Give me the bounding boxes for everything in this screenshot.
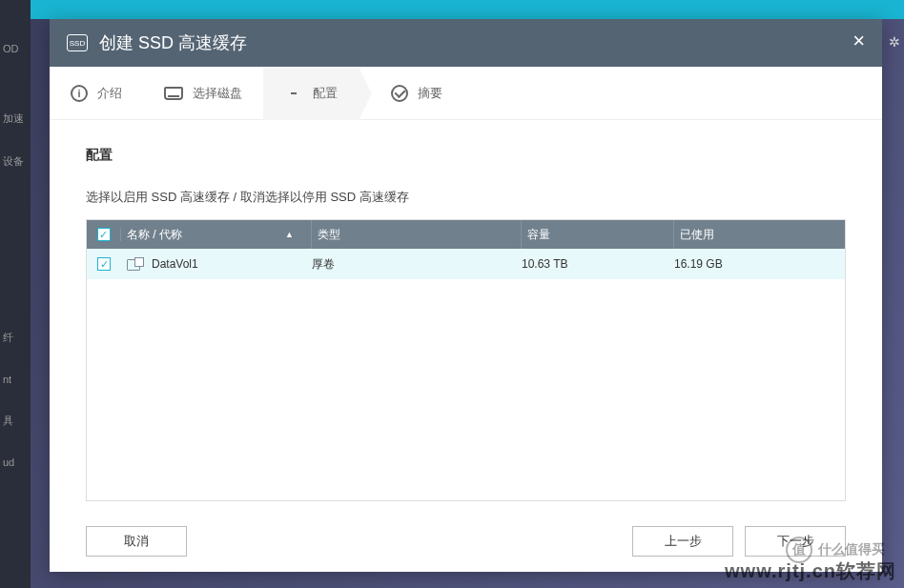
background-puzzle-icon: ✲: [889, 34, 900, 50]
check-icon: [391, 85, 408, 102]
dialog-body: 配置 选择以启用 SSD 高速缓存 / 取消选择以停用 SSD 高速缓存 ✓ 名…: [50, 120, 882, 511]
row-capacity-cell: 10.63 TB: [522, 257, 674, 271]
ssd-cache-dialog: SSD 创建 SSD 高速缓存 × i 介绍 选择磁盘 配置 摘要 配置 选择以…: [50, 19, 882, 572]
section-title: 配置: [86, 147, 846, 164]
badge-text: 什么值得买: [818, 541, 885, 558]
table-header: ✓ 名称 / 代称 ▲ 类型 容量 已使用: [87, 220, 845, 249]
step-label: 摘要: [418, 85, 442, 102]
volume-table: ✓ 名称 / 代称 ▲ 类型 容量 已使用 ✓ DataVol1 厚卷: [86, 219, 846, 501]
step-summary[interactable]: 摘要: [359, 67, 463, 120]
step-intro[interactable]: i 介绍: [50, 67, 143, 120]
close-button[interactable]: ×: [853, 30, 865, 51]
watermark-badge: 值 什么值得买: [786, 537, 885, 563]
step-select-disk[interactable]: 选择磁盘: [143, 67, 263, 120]
dialog-title: 创建 SSD 高速缓存: [99, 31, 247, 54]
step-label: 配置: [313, 85, 338, 102]
config-icon: [284, 87, 303, 100]
background-topbar: [0, 0, 904, 19]
background-sidebar: OD 加速 设备 纤 nt 具 ud: [0, 0, 31, 588]
row-type-cell: 厚卷: [312, 256, 522, 273]
column-header-used[interactable]: 已使用: [674, 227, 845, 243]
step-label: 介绍: [97, 85, 122, 102]
row-used-cell: 16.19 GB: [674, 257, 845, 271]
cancel-button[interactable]: 取消: [86, 526, 187, 557]
row-checkbox[interactable]: ✓: [97, 257, 111, 271]
row-checkbox-cell: ✓: [87, 257, 121, 271]
section-description: 选择以启用 SSD 高速缓存 / 取消选择以停用 SSD 高速缓存: [86, 189, 846, 206]
ssd-icon: SSD: [67, 34, 88, 51]
disk-icon: [164, 87, 183, 100]
volume-icon: [127, 257, 144, 271]
step-configure[interactable]: 配置: [263, 67, 359, 120]
previous-button[interactable]: 上一步: [632, 526, 733, 557]
step-label: 选择磁盘: [193, 85, 242, 102]
dialog-header: SSD 创建 SSD 高速缓存 ×: [50, 19, 882, 67]
select-all-checkbox[interactable]: ✓: [97, 228, 111, 241]
table-row[interactable]: ✓ DataVol1 厚卷 10.63 TB 16.19 GB: [87, 249, 845, 279]
badge-icon: 值: [786, 537, 812, 563]
column-header-capacity[interactable]: 容量: [522, 220, 674, 249]
wizard-steps: i 介绍 选择磁盘 配置 摘要: [50, 67, 882, 120]
column-header-type[interactable]: 类型: [312, 220, 522, 249]
volume-name: DataVol1: [152, 257, 198, 271]
row-name-cell: DataVol1: [121, 257, 312, 271]
column-header-name[interactable]: 名称 / 代称 ▲: [121, 220, 312, 249]
header-checkbox-cell: ✓: [87, 228, 121, 241]
sort-arrow-icon: ▲: [285, 230, 294, 239]
info-icon: i: [71, 85, 88, 102]
